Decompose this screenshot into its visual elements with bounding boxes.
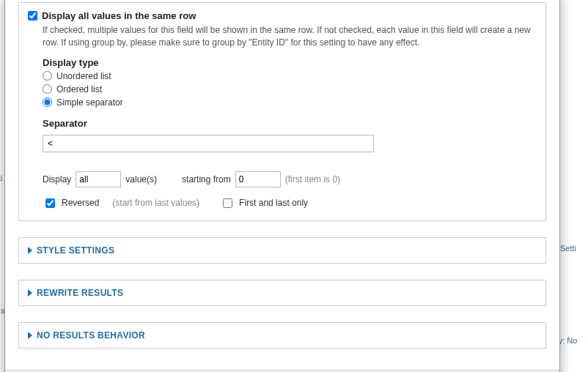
separator-input[interactable] [43, 135, 374, 152]
display-same-row-label: Display all values in the same row [42, 10, 196, 21]
radio-ordered-input[interactable] [43, 84, 52, 94]
reversed-label: Reversed [62, 198, 99, 208]
display-type-label: Display type [43, 57, 537, 68]
no-results-behavior-title: NO RESULTS BEHAVIOR [37, 330, 145, 341]
chevron-right-icon [28, 247, 32, 254]
display-count-row: Display value(s) starting from (first it… [43, 171, 537, 187]
display-same-row-checkbox[interactable] [28, 11, 37, 21]
style-settings-section[interactable]: STYLE SETTINGS [18, 237, 546, 264]
first-last-only-label: First and last only [239, 198, 308, 208]
style-settings-title: STYLE SETTINGS [37, 245, 114, 256]
radio-unordered-label: Unordered list [56, 71, 111, 81]
reversed-hint: (start from last values) [112, 198, 199, 208]
rewrite-results-title: REWRITE RESULTS [37, 288, 123, 298]
radio-simple-input[interactable] [43, 97, 52, 107]
separator-label: Separator [43, 118, 537, 129]
radio-ordered-list[interactable]: Ordered list [43, 84, 537, 94]
display-word: Display [43, 174, 71, 185]
radio-simple-separator[interactable]: Simple separator [43, 97, 537, 108]
reversed-checkbox[interactable] [45, 198, 55, 208]
bg-text-ti: ti [0, 173, 3, 183]
chevron-right-icon [28, 289, 32, 297]
radio-ordered-label: Ordered list [56, 84, 102, 94]
starting-from-input[interactable] [235, 171, 281, 187]
radio-unordered-input[interactable] [43, 71, 52, 81]
values-word: value(s) [125, 174, 157, 185]
rewrite-results-section[interactable]: REWRITE RESULTS [18, 280, 546, 306]
settings-dialog: Display all values in the same row If ch… [4, 0, 560, 372]
radio-simple-label: Simple separator [56, 97, 123, 108]
first-last-only-checkbox[interactable] [223, 198, 232, 208]
dialog-scroll-area[interactable]: Display all values in the same row If ch… [5, 0, 559, 370]
display-count-input[interactable] [76, 171, 121, 187]
bg-link-settings: Setti [560, 243, 576, 253]
starting-from-label: starting from [182, 174, 231, 185]
chevron-right-icon [28, 332, 32, 339]
starting-from-hint: (first item is 0) [285, 174, 340, 185]
no-results-behavior-section[interactable]: NO RESULTS BEHAVIOR [18, 322, 546, 349]
display-same-row-help: If checked, multiple values for this fie… [43, 24, 537, 50]
radio-unordered-list[interactable]: Unordered list [43, 71, 537, 81]
multiple-values-fieldset: Display all values in the same row If ch… [18, 2, 546, 221]
